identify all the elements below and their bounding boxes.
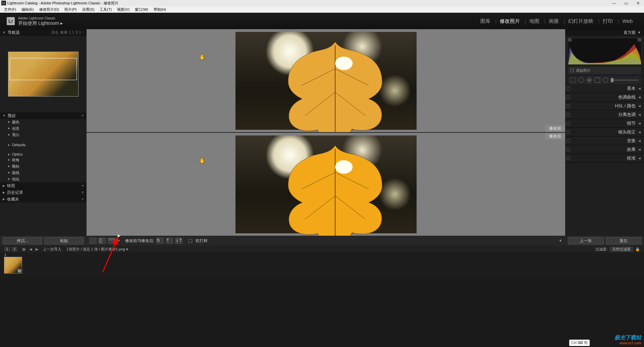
lr-logo-icon: Lr (7, 17, 15, 25)
chevron-left-icon: ◀ (638, 148, 641, 151)
preset-group-vignette[interactable]: 暗角 (0, 157, 87, 163)
collections-header[interactable]: ▶ 收藏夹 + (0, 196, 87, 203)
histogram-header[interactable]: 直方图 ▼ (565, 29, 644, 36)
ime-indicator: CH ⌨ 简 (569, 340, 590, 346)
copy-settings-button[interactable]: 拷贝... (3, 237, 42, 244)
highlight-clip-indicator[interactable] (638, 38, 641, 42)
module-library[interactable]: 图库 (476, 18, 495, 24)
add-preset-icon[interactable]: + (82, 113, 84, 118)
presets-header[interactable]: ▼ 预设 + (0, 112, 87, 119)
spot-removal-icon[interactable] (579, 77, 584, 83)
source-context[interactable]: 上一次导入 (43, 247, 61, 252)
history-header[interactable]: ▶ 历史记录 × (0, 189, 87, 196)
panel-tone-curve[interactable]: 色调曲线◀ (565, 93, 644, 102)
maximize-button[interactable]: ▭ (624, 1, 628, 6)
panel-transform[interactable]: 变换◀ (565, 136, 644, 145)
menu-window[interactable]: 窗口(W) (132, 6, 151, 13)
panel-calibration[interactable]: 校准◀ (565, 154, 644, 163)
module-web[interactable]: Web (618, 18, 637, 24)
menu-settings[interactable]: 设置(S) (79, 6, 97, 13)
chevron-down-icon[interactable]: ▼ (558, 238, 562, 243)
panel-hsl[interactable]: HSL / 颜色◀ (565, 102, 644, 110)
panel-split-toning[interactable]: 分离色调◀ (565, 110, 644, 119)
after-image[interactable]: ✋ 修改后 (87, 132, 565, 236)
panel-basic[interactable]: 基本◀ (565, 84, 644, 93)
screen-chip-2[interactable]: 2 (11, 247, 17, 251)
preset-group-defaults[interactable]: Defaults (0, 142, 87, 148)
histogram[interactable] (568, 38, 641, 65)
brush-size-slider[interactable] (611, 79, 639, 81)
left-panel: ▼ 导航器 适合 填满 1:1 3:1 ⁝ ▼ 预设 + 颜色 创意 黑白 De… (0, 29, 87, 236)
close-button[interactable]: ✕ (636, 1, 640, 6)
screen-chip-1[interactable]: 1 (4, 247, 10, 251)
local-adjustment-tools (568, 76, 641, 84)
swap-ba-icon[interactable]: ⇅ (156, 238, 164, 244)
panel-effects[interactable]: 效果◀ (565, 145, 644, 154)
previous-button[interactable]: 上一张 (568, 237, 604, 244)
preset-group-creative[interactable]: 创意 (0, 125, 87, 132)
clear-history-icon[interactable]: × (82, 190, 84, 195)
preset-group-color[interactable]: 颜色 (0, 119, 87, 125)
preset-group-sharpen[interactable]: 锐化 (0, 176, 87, 182)
minimize-button[interactable]: — (612, 1, 616, 6)
menu-help[interactable]: 帮助(H) (151, 6, 169, 13)
shadow-clip-indicator[interactable] (568, 38, 572, 42)
view-toolbar: ▼ 修改前与修改后: ⇅ ⤒ ⤓⤒ 软打样 ▼ (87, 236, 565, 246)
graduated-filter-icon[interactable] (595, 77, 600, 83)
preset-group-optics[interactable]: Optics (0, 152, 87, 157)
filmstrip[interactable]: 1 (0, 252, 644, 278)
menu-tools[interactable]: 工具(T) (97, 6, 114, 13)
add-collection-icon[interactable]: + (82, 197, 84, 201)
filter-dropdown[interactable]: 关闭过滤器 (609, 246, 633, 252)
filmstrip-thumb[interactable]: 1 (4, 257, 22, 274)
original-photo-toggle[interactable]: 原始照片 (568, 67, 641, 74)
lock-filter-icon[interactable]: 🔒 (635, 247, 640, 251)
menu-photo[interactable]: 照片(P) (62, 6, 79, 13)
panel-lens-corrections[interactable]: 镜头校正◀ (565, 128, 644, 136)
navigator-thumb[interactable] (8, 52, 78, 97)
selection-count[interactable]: 1张照片 / 选定 1 张 / 图片素材1.png ▾ (66, 247, 128, 252)
module-print[interactable]: 打印 (598, 18, 618, 24)
before-image[interactable]: ✋ 修改前 (87, 29, 565, 132)
checkbox-icon[interactable] (571, 69, 574, 72)
loupe-view-icon[interactable] (89, 238, 97, 244)
menu-view[interactable]: 视图(V) (114, 6, 132, 13)
grid-nav-icons[interactable]: ▦ ◀ ▶ (22, 247, 40, 251)
add-snapshot-icon[interactable]: + (82, 183, 84, 188)
menu-edit[interactable]: 编辑(E) (19, 6, 37, 13)
module-map[interactable]: 地图 (525, 18, 544, 24)
chevron-left-icon: ◀ (638, 87, 641, 90)
chevron-left-icon: ◀ (638, 139, 641, 142)
navigator-zoom-options[interactable]: 适合 填满 1:1 3:1 ⁝ (51, 30, 84, 35)
chevron-down-icon[interactable]: ▼ (117, 239, 120, 242)
module-book[interactable]: 画册 (544, 18, 564, 24)
histogram-title: 直方图 (624, 30, 636, 36)
chevron-left-icon: ◀ (638, 122, 641, 125)
before-after-lr-icon[interactable] (99, 238, 106, 244)
module-tabs: 图库 修改照片 地图 画册 幻灯片放映 打印 Web (476, 18, 637, 24)
copy-before-icon[interactable]: ⤒ (166, 238, 173, 244)
preset-group-curves[interactable]: 曲线 (0, 170, 87, 176)
preset-group-grain[interactable]: 颗粒 (0, 163, 87, 170)
navigator-preview[interactable] (0, 36, 87, 112)
menu-file[interactable]: 文件(F) (1, 6, 19, 13)
navigator-title: 导航器 (8, 30, 20, 36)
preset-group-bw[interactable]: 黑白 (0, 132, 87, 138)
filmstrip-info-bar: 1 2 ▦ ◀ ▶ 上一次导入 1张照片 / 选定 1 张 / 图片素材1.pn… (0, 246, 644, 252)
module-develop[interactable]: 修改照片 (495, 18, 525, 24)
copy-after-icon[interactable]: ⤓⤒ (175, 238, 182, 244)
paste-settings-button[interactable]: 粘贴 (44, 237, 84, 244)
snapshots-header[interactable]: ▶ 快照 + (0, 182, 87, 189)
reset-button[interactable]: 复位 (606, 237, 642, 244)
redeye-tool-icon[interactable] (587, 77, 592, 83)
header-title[interactable]: 开始使用 Lightroom ▸ (18, 20, 63, 26)
before-after-tb-icon[interactable] (108, 238, 115, 244)
crop-tool-icon[interactable] (571, 77, 576, 83)
navigator-header[interactable]: ▼ 导航器 适合 填满 1:1 3:1 ⁝ (0, 29, 87, 36)
panel-detail[interactable]: 细节◀ (565, 119, 644, 128)
softproof-checkbox[interactable] (189, 239, 192, 243)
radial-filter-icon[interactable] (603, 77, 608, 83)
module-slideshow[interactable]: 幻灯片放映 (564, 18, 598, 24)
menu-develop[interactable]: 修改照片(D) (37, 6, 62, 13)
app-icon: Lr (1, 1, 6, 5)
